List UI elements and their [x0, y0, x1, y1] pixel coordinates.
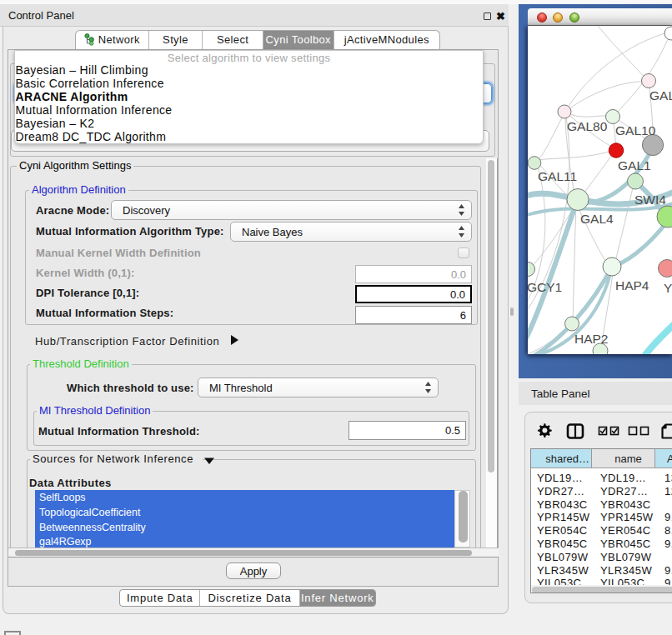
svg-text:GAL1: GAL1 — [618, 158, 651, 172]
svg-text:YJ: YJ — [664, 281, 672, 295]
svg-text:GAL7: GAL7 — [649, 88, 672, 102]
svg-text:HAP4: HAP4 — [615, 278, 649, 292]
svg-text:GAL10: GAL10 — [615, 123, 656, 138]
svg-text:SWI4: SWI4 — [634, 192, 666, 207]
svg-text:GAL11: GAL11 — [538, 169, 577, 183]
svg-text:GCY1: GCY1 — [528, 280, 562, 294]
svg-text:GAL80: GAL80 — [567, 119, 608, 133]
svg-text:HAP2: HAP2 — [574, 332, 609, 346]
svg-text:GAL4: GAL4 — [580, 212, 614, 226]
